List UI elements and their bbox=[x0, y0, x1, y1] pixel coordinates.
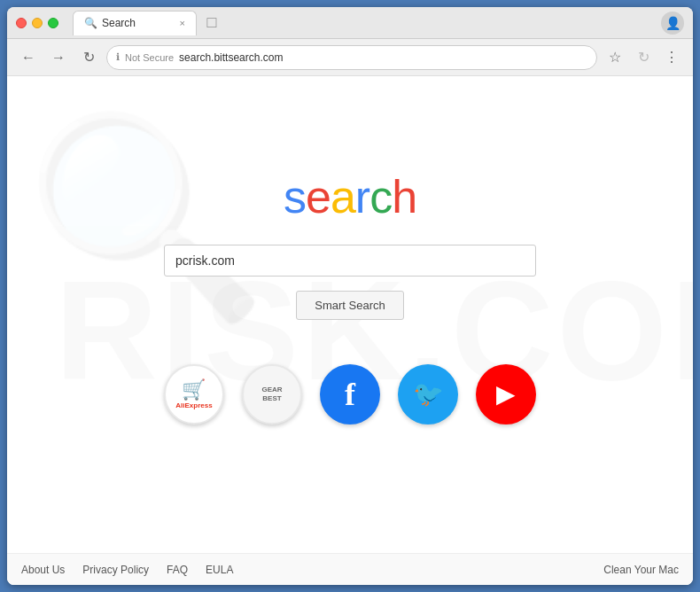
bookmark-icon: ☆ bbox=[609, 49, 621, 66]
title-bar: 🔍 Search × □ 👤 bbox=[7, 7, 693, 39]
menu-icon: ⋮ bbox=[665, 49, 679, 66]
active-tab[interactable]: 🔍 Search × bbox=[73, 11, 197, 35]
footer-links: About Us Privacy Policy FAQ EULA bbox=[21, 564, 233, 576]
new-tab-button[interactable]: □ bbox=[200, 12, 223, 35]
reload-icon: ↻ bbox=[638, 49, 649, 66]
address-bar[interactable]: ℹ Not Secure search.bittsearch.com bbox=[106, 45, 597, 70]
footer-about-link[interactable]: About Us bbox=[21, 564, 65, 576]
tab-bar: 🔍 Search × □ bbox=[73, 11, 654, 35]
footer-privacy-link[interactable]: Privacy Policy bbox=[82, 564, 149, 576]
aliexpress-label: AliExpress bbox=[175, 401, 212, 409]
forward-button[interactable]: → bbox=[46, 45, 71, 70]
page-footer: About Us Privacy Policy FAQ EULA Clean Y… bbox=[7, 553, 693, 585]
refresh-button[interactable]: ↻ bbox=[76, 45, 101, 70]
profile-icon: 👤 bbox=[665, 16, 681, 30]
twitter-icon: 🐦 bbox=[413, 379, 444, 409]
search-input[interactable] bbox=[164, 245, 536, 277]
refresh-icon: ↻ bbox=[83, 49, 95, 66]
security-icon: ℹ bbox=[116, 51, 120, 63]
back-button[interactable]: ← bbox=[16, 45, 41, 70]
quick-link-twitter[interactable]: 🐦 bbox=[398, 364, 458, 425]
logo-h: h bbox=[392, 171, 416, 222]
browser-window: 🔍 Search × □ 👤 ← → ↻ ℹ Not Secure search… bbox=[7, 7, 693, 585]
back-icon: ← bbox=[21, 50, 35, 66]
search-input-container bbox=[164, 245, 536, 277]
page-content: 🔍 RISK.COM search Smart Search 🛒 AliExpr… bbox=[7, 76, 693, 585]
quick-links: 🛒 AliExpress GEARBEST f 🐦 bbox=[164, 364, 536, 425]
quick-link-facebook[interactable]: f bbox=[320, 364, 380, 425]
bookmark-button[interactable]: ☆ bbox=[603, 45, 627, 70]
nav-bar: ← → ↻ ℹ Not Secure search.bittsearch.com… bbox=[7, 39, 693, 76]
url-display: search.bittsearch.com bbox=[179, 51, 283, 64]
youtube-icon: ▶ bbox=[496, 379, 516, 409]
close-button[interactable] bbox=[16, 18, 27, 28]
nav-right-icons: ☆ ↻ ⋮ bbox=[603, 45, 684, 70]
footer-faq-link[interactable]: FAQ bbox=[167, 564, 188, 576]
search-logo: search bbox=[284, 170, 416, 223]
tab-close-button[interactable]: × bbox=[180, 18, 185, 28]
search-area: search Smart Search 🛒 AliExpress bbox=[7, 76, 693, 553]
logo-c: c bbox=[369, 171, 392, 222]
logo-a: a bbox=[331, 171, 355, 222]
logo-e: e bbox=[306, 171, 331, 222]
smart-search-button[interactable]: Smart Search bbox=[296, 291, 403, 320]
quick-link-gearbest[interactable]: GEARBEST bbox=[242, 364, 302, 425]
menu-button[interactable]: ⋮ bbox=[659, 45, 684, 70]
quick-link-aliexpress[interactable]: 🛒 AliExpress bbox=[164, 364, 224, 425]
profile-button[interactable]: 👤 bbox=[661, 12, 684, 35]
aliexpress-cart-icon: 🛒 bbox=[182, 378, 206, 401]
logo-s: s bbox=[284, 171, 306, 222]
minimize-button[interactable] bbox=[32, 18, 43, 28]
nav-reload-button[interactable]: ↻ bbox=[631, 45, 656, 70]
footer-eula-link[interactable]: EULA bbox=[206, 564, 233, 576]
quick-link-youtube[interactable]: ▶ bbox=[476, 364, 536, 425]
facebook-icon: f bbox=[345, 376, 355, 413]
maximize-button[interactable] bbox=[48, 18, 58, 28]
forward-icon: → bbox=[51, 50, 66, 66]
tab-title: Search bbox=[102, 17, 136, 29]
tab-favicon: 🔍 bbox=[84, 17, 97, 29]
not-secure-label: Not Secure bbox=[125, 52, 174, 63]
gearbest-label: GEARBEST bbox=[261, 386, 282, 402]
window-controls bbox=[16, 18, 58, 28]
footer-right-text: Clean Your Mac bbox=[603, 564, 679, 576]
logo-r: r bbox=[355, 171, 369, 222]
